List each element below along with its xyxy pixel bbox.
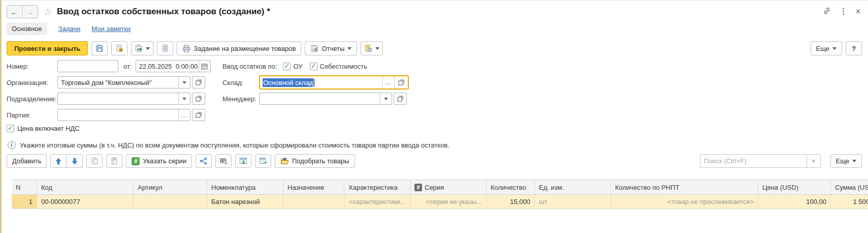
search-input[interactable]: Поиск (Ctrl+F) ×	[700, 154, 821, 168]
cell-price[interactable]: 100,00	[758, 195, 831, 209]
forward-button[interactable]: →	[22, 6, 38, 18]
open-icon	[196, 96, 202, 102]
organization-input[interactable]: Торговый дом "Комплексный"	[57, 76, 190, 89]
manager-open-button[interactable]	[394, 93, 407, 105]
date-label: от:	[123, 63, 132, 70]
col-article[interactable]: Артикул	[134, 180, 207, 194]
col-series[interactable]: # Серия	[410, 180, 487, 194]
table-toolbar: Добавить # Указать серии	[2, 149, 868, 171]
calendar-icon[interactable]	[199, 61, 210, 72]
chevron-down-icon[interactable]	[178, 93, 190, 104]
col-quantity-rnpt[interactable]: Количество по РНПТ	[611, 180, 758, 194]
choose-icon[interactable]: ...	[382, 76, 394, 89]
cell-unit[interactable]: шт	[535, 195, 611, 209]
barcode-scan-button[interactable]	[215, 154, 232, 168]
col-price[interactable]: Цена (USD)	[758, 180, 831, 194]
check-icon: ✓	[8, 125, 13, 131]
copy-row-button[interactable]	[86, 154, 103, 168]
table-row[interactable]: 1 00-00000077 Батон нарезной <характерис…	[12, 195, 868, 209]
cell-nomenclature[interactable]: Батон нарезной	[207, 195, 283, 209]
info-text: Укажите итоговые суммы (в т.ч. НДС) по в…	[20, 141, 449, 149]
vat-included-label: Цена включает НДС	[17, 125, 80, 132]
dropdown-icon	[852, 160, 856, 162]
balances-by-label: Ввод остатков по:	[222, 63, 277, 70]
batch-input[interactable]: ...	[57, 109, 190, 121]
department-input[interactable]	[57, 93, 190, 105]
ou-checkbox[interactable]: ✓	[283, 63, 291, 70]
vat-included-checkbox[interactable]: ✓	[7, 125, 14, 132]
col-quantity[interactable]: Количество	[487, 180, 535, 194]
reports-button[interactable]: Отчеты	[305, 41, 357, 55]
tab-strip: Основное Задачи Мои заметки	[2, 20, 868, 39]
table-header-row: N Код Артикул Номенклатура Назначение Ха…	[12, 180, 868, 195]
col-nomenclature[interactable]: Номенклатура	[207, 180, 283, 194]
placement-task-button[interactable]: Задание на размещение товаров	[177, 41, 301, 55]
dropdown-icon	[375, 47, 379, 50]
organization-label: Организация:	[7, 79, 57, 86]
cell-quantity[interactable]: 15,000	[487, 195, 535, 209]
table-more-button[interactable]: Еще	[830, 154, 862, 168]
cell-sum[interactable]: 1 500,00	[831, 195, 868, 209]
department-open-button[interactable]	[192, 93, 205, 105]
col-characteristic[interactable]: Характеристика	[344, 180, 410, 194]
specify-series-button[interactable]: # Указать серии	[126, 154, 191, 168]
col-n[interactable]: N	[12, 180, 37, 194]
date-input[interactable]: 22.05.2025 0:00:00	[136, 60, 211, 72]
post-document-button[interactable]	[111, 41, 127, 55]
move-up-button[interactable]	[50, 154, 67, 168]
add-columns-button[interactable]	[255, 154, 271, 168]
reminder-button[interactable]	[361, 41, 383, 55]
cell-characteristic[interactable]: <характеристики...	[344, 195, 410, 209]
hash-icon: #	[414, 184, 422, 191]
chevron-down-icon[interactable]	[178, 77, 190, 88]
manager-input[interactable]	[259, 93, 392, 105]
back-icon: ←	[11, 8, 18, 16]
back-button[interactable]: ←	[7, 6, 22, 18]
cell-quantity-rnpt[interactable]: <товар не прослеживается>	[611, 195, 758, 209]
goods-table: N Код Артикул Номенклатура Назначение Ха…	[12, 180, 868, 209]
chevron-down-icon[interactable]	[380, 93, 392, 104]
command-bar: Провести и закрыть	[2, 39, 868, 59]
help-button[interactable]: ?	[846, 41, 862, 55]
split-button[interactable]	[196, 154, 212, 168]
cell-series[interactable]: <серия не указы...	[410, 195, 487, 209]
warehouse-input[interactable]: Основной склад ...	[259, 75, 409, 90]
favorite-star-icon[interactable]: ☆	[43, 7, 52, 17]
move-down-button[interactable]	[67, 154, 83, 168]
warehouse-open-button[interactable]	[394, 76, 408, 89]
col-code[interactable]: Код	[37, 180, 134, 194]
choose-icon[interactable]: ...	[178, 109, 190, 121]
create-based-on-button[interactable]	[131, 41, 153, 55]
check-icon: ✓	[311, 63, 316, 69]
col-purpose[interactable]: Назначение	[283, 180, 344, 194]
cell-code[interactable]: 00-00000077	[37, 195, 134, 209]
cell-n[interactable]: 1	[12, 195, 37, 209]
load-table-button[interactable]	[235, 154, 251, 168]
link-icon[interactable]	[822, 7, 831, 16]
pick-goods-button[interactable]: Подобрать товары	[275, 154, 355, 168]
warehouse-label: Склад:	[222, 79, 259, 86]
add-row-button[interactable]: Добавить	[7, 154, 47, 168]
cost-checkbox[interactable]: ✓	[310, 63, 317, 70]
tab-main[interactable]: Основное	[7, 22, 47, 35]
col-sum[interactable]: Сумма (USD)	[831, 180, 868, 194]
paste-row-button[interactable]	[106, 154, 122, 168]
document-structure-button[interactable]	[157, 41, 173, 55]
clear-search-icon[interactable]: ×	[807, 155, 820, 167]
nav-group: ← →	[7, 5, 38, 18]
window-header: ← → ☆ Ввод остатков собственных товаров …	[2, 1, 868, 20]
more-menu-icon[interactable]	[843, 8, 844, 15]
number-input[interactable]	[57, 60, 118, 72]
batch-label: Партия:	[7, 111, 57, 119]
close-icon[interactable]: ✕	[855, 8, 861, 15]
tab-notes[interactable]: Мои заметки	[91, 25, 131, 33]
col-unit[interactable]: Ед. изм.	[535, 180, 611, 194]
form-more-button[interactable]: Еще	[811, 41, 842, 55]
post-and-close-button[interactable]: Провести и закрыть	[7, 41, 88, 55]
save-button[interactable]	[91, 41, 108, 55]
batch-open-button[interactable]	[192, 109, 205, 121]
organization-open-button[interactable]	[192, 76, 205, 89]
cell-article[interactable]	[134, 195, 207, 209]
tab-tasks[interactable]: Задачи	[58, 25, 81, 33]
cell-purpose[interactable]	[283, 195, 344, 209]
